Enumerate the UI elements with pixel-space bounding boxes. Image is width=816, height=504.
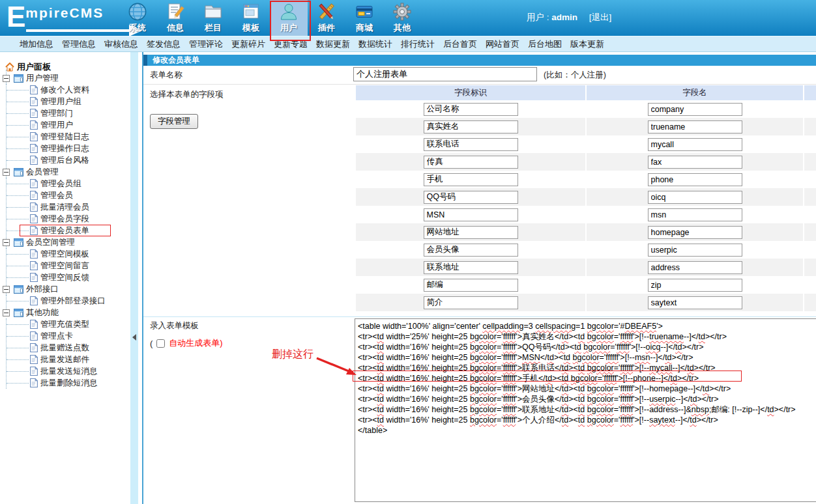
sidebar-section-2[interactable]: 会员管理 bbox=[0, 166, 130, 178]
collapse-box-icon[interactable] bbox=[3, 286, 10, 293]
section-label: 会员空间管理 bbox=[26, 237, 75, 248]
sidebar-item-批量发送邮件[interactable]: 批量发送邮件 bbox=[7, 354, 130, 365]
nav-item-8[interactable]: 其他 bbox=[383, 0, 421, 36]
sidebar-section-4[interactable]: 外部接口 bbox=[0, 283, 130, 295]
sidebar-item-管理点卡[interactable]: 管理点卡 bbox=[7, 330, 130, 342]
section-label: 外部接口 bbox=[26, 284, 59, 295]
toolbar-link-13[interactable]: 后台地图 bbox=[528, 38, 562, 50]
field-label-input-7[interactable] bbox=[424, 208, 518, 221]
sidebar-item-管理部门[interactable]: 管理部门 bbox=[7, 107, 130, 119]
sidebar-item-管理会员表单[interactable]: 管理会员表单 bbox=[7, 225, 130, 236]
toolbar-link-7[interactable]: 更新专题 bbox=[274, 38, 308, 50]
code-line-7: <tr><td width='16%' height=25 bgcolor='f… bbox=[358, 384, 816, 394]
sidebar-collapse-icon[interactable] bbox=[132, 334, 136, 341]
field-name-input-4[interactable] bbox=[648, 156, 742, 169]
field-label-input-6[interactable] bbox=[424, 191, 518, 204]
toolbar-link-4[interactable]: 签发信息 bbox=[147, 38, 181, 50]
sidebar-item-管理用户[interactable]: 管理用户 bbox=[7, 119, 130, 131]
toolbar-link-2[interactable]: 管理信息 bbox=[62, 38, 96, 50]
sidebar-item-管理登陆日志[interactable]: 管理登陆日志 bbox=[7, 131, 130, 143]
form-name-input[interactable] bbox=[353, 67, 537, 81]
field-label-input-5[interactable] bbox=[424, 173, 518, 186]
sidebar-item-管理后台风格[interactable]: 管理后台风格 bbox=[7, 154, 130, 166]
field-name-input-6[interactable] bbox=[648, 191, 742, 204]
toolbar-link-3[interactable]: 审核信息 bbox=[104, 38, 138, 50]
sidebar-item-label: 管理空间模板 bbox=[40, 249, 89, 260]
collapse-box-icon[interactable] bbox=[3, 239, 10, 246]
sidebar-item-管理空间模板[interactable]: 管理空间模板 bbox=[7, 248, 130, 260]
field-label-input-12[interactable] bbox=[424, 296, 518, 309]
toolbar-link-1[interactable]: 增加信息 bbox=[20, 38, 53, 50]
field-label-input-11[interactable] bbox=[424, 279, 518, 292]
field-label-input-10[interactable] bbox=[424, 261, 518, 274]
field-row-8 bbox=[356, 223, 816, 241]
sidebar-item-批量清理会员[interactable]: 批量清理会员 bbox=[7, 201, 130, 213]
sidebar-item-管理操作日志[interactable]: 管理操作日志 bbox=[7, 143, 130, 154]
sidebar-item-修改个人资料[interactable]: 修改个人资料 bbox=[7, 84, 130, 96]
field-name-input-10[interactable] bbox=[648, 261, 742, 274]
sidebar-item-label: 管理会员字段 bbox=[40, 214, 89, 225]
field-label-input-9[interactable] bbox=[424, 244, 518, 257]
toolbar-link-11[interactable]: 后台首页 bbox=[443, 38, 477, 50]
sidebar-item-label: 批量发送邮件 bbox=[40, 354, 89, 365]
nav-item-3[interactable]: 栏目 bbox=[194, 0, 232, 36]
toolbar-link-12[interactable]: 网站首页 bbox=[486, 38, 519, 50]
field-label-input-2[interactable] bbox=[424, 120, 518, 133]
field-name-input-1[interactable] bbox=[648, 103, 742, 116]
collapse-box-icon[interactable] bbox=[3, 309, 10, 316]
field-name-input-12[interactable] bbox=[648, 296, 742, 309]
field-label-input-1[interactable] bbox=[424, 103, 518, 116]
field-label-input-4[interactable] bbox=[424, 156, 518, 169]
sidebar-item-管理空间反馈[interactable]: 管理空间反馈 bbox=[7, 272, 130, 283]
sidebar-item-label: 管理会员组 bbox=[40, 178, 81, 189]
toolbar-link-5[interactable]: 管理评论 bbox=[189, 38, 223, 50]
sidebar-item-批量发送短消息[interactable]: 批量发送短消息 bbox=[7, 365, 130, 377]
sidebar-section-5[interactable]: 其他功能 bbox=[0, 307, 130, 318]
info-document-icon bbox=[166, 2, 185, 21]
sidebar-item-管理会员组[interactable]: 管理会员组 bbox=[7, 178, 130, 189]
nav-item-4[interactable]: 模板 bbox=[232, 0, 270, 36]
template-code-textarea[interactable]: <table width='100%' align='center' cellp… bbox=[355, 318, 816, 502]
col-header-field-label: 字段标识 bbox=[356, 85, 585, 100]
sidebar-item-管理用户组[interactable]: 管理用户组 bbox=[7, 96, 130, 107]
home-icon bbox=[5, 63, 14, 72]
field-name-input-2[interactable] bbox=[648, 120, 742, 133]
sidebar-item-管理外部登录接口[interactable]: 管理外部登录接口 bbox=[7, 295, 130, 307]
field-label-input-3[interactable] bbox=[424, 138, 518, 151]
sidebar-item-管理空间留言[interactable]: 管理空间留言 bbox=[7, 260, 130, 272]
sidebar-item-label: 批量删除短消息 bbox=[40, 378, 98, 389]
toolbar-link-10[interactable]: 排行统计 bbox=[401, 38, 435, 50]
nav-item-2[interactable]: 信息 bbox=[156, 0, 194, 36]
nav-item-6[interactable]: 插件 bbox=[308, 0, 345, 36]
sidebar-item-管理会员[interactable]: 管理会员 bbox=[7, 189, 130, 201]
field-name-input-9[interactable] bbox=[648, 244, 742, 257]
field-name-input-3[interactable] bbox=[648, 138, 742, 151]
field-label-input-8[interactable] bbox=[424, 226, 518, 239]
collapse-box-icon[interactable] bbox=[3, 75, 10, 82]
sidebar-section-1[interactable]: 用户管理 bbox=[0, 72, 130, 84]
field-name-input-5[interactable] bbox=[648, 173, 742, 186]
sidebar-section-3[interactable]: 会员空间管理 bbox=[0, 236, 130, 248]
autogen-checkbox[interactable] bbox=[156, 339, 165, 348]
nav-item-1[interactable]: 系统 bbox=[119, 0, 156, 36]
toolbar-link-8[interactable]: 数据更新 bbox=[316, 38, 350, 50]
sidebar-item-批量删除短消息[interactable]: 批量删除短消息 bbox=[7, 377, 130, 389]
toolbar-link-14[interactable]: 版本更新 bbox=[570, 38, 604, 50]
toolbar-link-9[interactable]: 数据统计 bbox=[358, 38, 392, 50]
field-name-input-11[interactable] bbox=[648, 279, 742, 292]
sidebar-item-管理充值类型[interactable]: 管理充值类型 bbox=[7, 318, 130, 330]
field-name-input-7[interactable] bbox=[648, 208, 742, 221]
manage-fields-button[interactable]: 字段管理 bbox=[150, 114, 198, 129]
sidebar-scroll-strip[interactable] bbox=[130, 52, 138, 504]
sidebar-item-批量赠送点数[interactable]: 批量赠送点数 bbox=[7, 342, 130, 354]
nav-item-5[interactable]: 用户 bbox=[270, 0, 308, 36]
field-row-3 bbox=[356, 135, 816, 153]
toolbar-link-6[interactable]: 更新碎片 bbox=[231, 38, 265, 50]
sidebar-item-label: 修改个人资料 bbox=[40, 85, 89, 96]
field-name-input-8[interactable] bbox=[648, 226, 742, 239]
user-person-icon bbox=[279, 2, 299, 21]
logout-link[interactable]: [退出] bbox=[589, 12, 612, 22]
sidebar-item-管理会员字段[interactable]: 管理会员字段 bbox=[7, 213, 130, 225]
collapse-box-icon[interactable] bbox=[3, 169, 10, 176]
nav-item-7[interactable]: 商城 bbox=[345, 0, 383, 36]
